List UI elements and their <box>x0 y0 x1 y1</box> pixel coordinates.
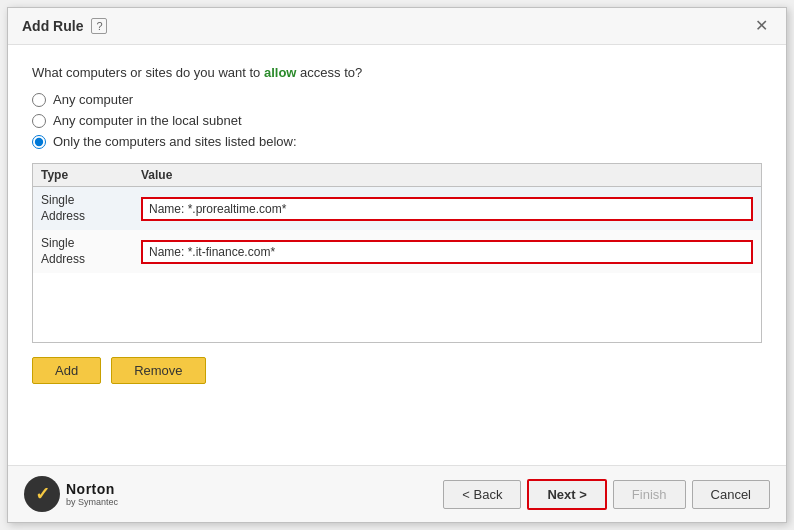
close-button[interactable]: ✕ <box>751 16 772 36</box>
row-value-2: Name: *.it-finance.com* <box>141 240 753 264</box>
cancel-button[interactable]: Cancel <box>692 480 770 509</box>
norton-text: Norton by Symantec <box>66 481 118 507</box>
add-rule-dialog: Add Rule ? ✕ What computers or sites do … <box>7 7 787 523</box>
dialog-title: Add Rule <box>22 18 83 34</box>
dialog-footer: ✓ Norton by Symantec < Back Next > Finis… <box>8 465 786 522</box>
address-table: Type Value SingleAddress Name: *.proreal… <box>32 163 762 343</box>
row-value-1: Name: *.prorealtime.com* <box>141 197 753 221</box>
navigation-buttons: < Back Next > Finish Cancel <box>443 479 770 510</box>
table-row[interactable]: SingleAddress Name: *.it-finance.com* <box>33 230 761 273</box>
row-type-2: SingleAddress <box>41 236 141 267</box>
add-remove-buttons: Add Remove <box>32 357 762 384</box>
dialog-content: What computers or sites do you want to a… <box>8 45 786 465</box>
radio-listed-only[interactable]: Only the computers and sites listed belo… <box>32 134 762 149</box>
norton-check-icon: ✓ <box>24 476 60 512</box>
radio-group: Any computer Any computer in the local s… <box>32 92 762 149</box>
table-row[interactable]: SingleAddress Name: *.prorealtime.com* <box>33 187 761 230</box>
col-value-header: Value <box>141 168 753 182</box>
radio-subnet-input[interactable] <box>32 114 46 128</box>
row-type-1: SingleAddress <box>41 193 141 224</box>
next-button[interactable]: Next > <box>527 479 606 510</box>
question-text: What computers or sites do you want to a… <box>32 65 762 80</box>
title-bar-left: Add Rule ? <box>22 18 107 34</box>
norton-sub: by Symantec <box>66 497 118 507</box>
radio-local-subnet[interactable]: Any computer in the local subnet <box>32 113 762 128</box>
help-icon[interactable]: ? <box>91 18 107 34</box>
back-button[interactable]: < Back <box>443 480 521 509</box>
radio-any-input[interactable] <box>32 93 46 107</box>
norton-logo: ✓ Norton by Symantec <box>24 476 118 512</box>
radio-listed-input[interactable] <box>32 135 46 149</box>
finish-button[interactable]: Finish <box>613 480 686 509</box>
title-bar: Add Rule ? ✕ <box>8 8 786 45</box>
add-button[interactable]: Add <box>32 357 101 384</box>
col-type-header: Type <box>41 168 141 182</box>
norton-name: Norton <box>66 481 118 497</box>
radio-any-computer[interactable]: Any computer <box>32 92 762 107</box>
remove-button[interactable]: Remove <box>111 357 205 384</box>
table-header: Type Value <box>33 164 761 187</box>
